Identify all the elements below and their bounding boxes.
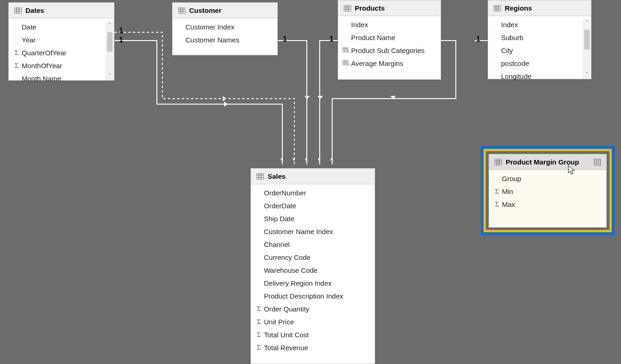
scroll-thumb[interactable]	[107, 32, 113, 52]
table-icon	[257, 173, 264, 180]
table-sales[interactable]: Sales OrderNumberOrderDateShip DateCusto…	[251, 168, 375, 364]
field-label: Index	[351, 21, 368, 29]
sigma-icon: Σ	[254, 318, 264, 326]
cardinality-one: 1	[283, 35, 287, 43]
field-list: OrderNumberOrderDateShip DateCustomer Na…	[251, 184, 375, 356]
field-item[interactable]: Product Description Index	[251, 289, 375, 302]
field-item[interactable]: ΣQuarterOfYear	[9, 46, 114, 59]
field-list: IndexProduct NamefxProduct Sub Categorie…	[338, 16, 441, 71]
cardinality-one: 1	[119, 36, 123, 44]
field-item[interactable]: Date	[9, 20, 114, 33]
field-item[interactable]: Ship Date	[251, 212, 375, 225]
table-product-margin-group[interactable]: Product Margin Group GroupΣMinΣMax	[489, 154, 607, 228]
scroll-up-icon[interactable]: ˄	[106, 21, 114, 29]
expand-icon[interactable]	[594, 159, 601, 165]
scroll-down-icon[interactable]: ˅	[106, 72, 114, 80]
field-item[interactable]: ΣUnit Price	[251, 315, 375, 328]
field-label: Date	[22, 23, 36, 31]
field-label: Customer Index	[185, 23, 234, 31]
cardinality-many: *	[293, 157, 295, 164]
field-item[interactable]: Longitude	[488, 70, 591, 82]
table-header[interactable]: Customer	[173, 3, 277, 18]
svg-rect-10	[178, 7, 185, 14]
scroll-up-icon[interactable]: ˄	[583, 19, 591, 27]
table-header[interactable]: Sales	[251, 169, 375, 184]
field-item[interactable]: Year	[9, 33, 114, 46]
svg-rect-37	[257, 173, 264, 180]
sigma-icon: Σ	[254, 344, 264, 352]
field-item[interactable]: Index	[338, 18, 441, 31]
table-title: Sales	[268, 172, 286, 180]
field-label: Total Revenue	[264, 344, 308, 352]
field-item[interactable]: OrderNumber	[251, 186, 375, 199]
scrollbar[interactable]: ˄ ˅	[583, 19, 591, 79]
field-item[interactable]: Group	[489, 172, 606, 185]
cardinality-many: *	[318, 157, 320, 164]
table-products[interactable]: Products IndexProduct NamefxProduct Sub …	[338, 0, 441, 80]
field-item[interactable]: Customer Index	[173, 20, 277, 33]
field-item[interactable]: Index	[488, 18, 591, 31]
field-item[interactable]: ΣMax	[489, 198, 606, 211]
model-diagram-canvas[interactable]: 1 1 1 1 1 * * * * * Dates DateYearΣQuart…	[0, 0, 621, 364]
svg-rect-5	[14, 7, 22, 14]
field-item[interactable]: Customer Name Index	[251, 225, 375, 238]
field-item[interactable]: City	[488, 44, 591, 57]
field-item[interactable]: fxProduct Sub Categories	[338, 44, 441, 57]
field-item[interactable]: Delivery Region Index	[251, 276, 375, 289]
field-item[interactable]: ΣOrder Quantity	[251, 302, 375, 315]
field-item[interactable]: Month Name	[9, 72, 114, 85]
field-label: City	[501, 47, 513, 54]
svg-rect-48	[596, 161, 599, 164]
field-label: Product Sub Categories	[351, 47, 424, 54]
field-item[interactable]: postcode	[488, 57, 591, 70]
table-header[interactable]: Products	[338, 0, 441, 16]
field-label: Year	[22, 36, 36, 44]
scrollbar[interactable]: ˄ ˅	[106, 21, 114, 80]
field-item[interactable]: OrderDate	[251, 199, 375, 212]
svg-rect-42	[495, 159, 502, 165]
table-regions[interactable]: Regions IndexSuburbCitypostcodeLongitude…	[488, 0, 591, 79]
sigma-icon: Σ	[254, 331, 264, 339]
svg-text:fx: fx	[348, 63, 350, 66]
table-title: Products	[355, 4, 385, 12]
field-item[interactable]: Currency Code	[251, 251, 375, 264]
field-label: Unit Price	[264, 318, 294, 326]
field-label: postcode	[501, 59, 529, 67]
cardinality-many: *	[281, 157, 283, 164]
field-label: Warehouse Code	[264, 266, 317, 274]
field-label: Ship Date	[264, 215, 294, 223]
field-label: MonthOfYear	[22, 62, 62, 70]
table-customer[interactable]: Customer Customer IndexCustomer Names	[172, 2, 278, 55]
table-header[interactable]: Regions	[488, 0, 591, 16]
field-item[interactable]: ΣTotal Revenue	[251, 341, 375, 354]
table-icon	[14, 7, 22, 14]
field-item[interactable]: ΣMonthOfYear	[9, 59, 114, 72]
field-item[interactable]: Product Name	[338, 31, 441, 44]
field-item[interactable]: ΣTotal Unit Cost	[251, 328, 375, 341]
table-icon	[344, 5, 351, 12]
field-label: Month Name	[22, 75, 61, 82]
field-item[interactable]: Channel	[251, 238, 375, 251]
scroll-down-icon[interactable]: ˅	[583, 70, 591, 79]
scroll-thumb[interactable]	[584, 30, 590, 49]
field-item[interactable]: Customer Names	[173, 33, 277, 46]
field-label: Currency Code	[264, 253, 310, 261]
svg-marker-1	[223, 96, 226, 101]
table-title: Regions	[505, 4, 532, 12]
field-item[interactable]: Suburb	[488, 31, 591, 44]
table-header[interactable]: Product Margin Group	[489, 154, 606, 170]
table-dates[interactable]: Dates DateYearΣQuarterOfYearΣMonthOfYear…	[8, 2, 114, 81]
table-icon	[495, 159, 502, 165]
field-label: Suburb	[501, 34, 523, 41]
field-item[interactable]: ΣMin	[489, 185, 606, 198]
cardinality-one: 1	[476, 35, 480, 43]
table-title: Customer	[189, 6, 221, 14]
field-list: Customer IndexCustomer Names	[173, 18, 277, 48]
field-item[interactable]: fxAverage Margins	[338, 57, 441, 70]
field-label: Min	[502, 188, 513, 195]
field-list: DateYearΣQuarterOfYearΣMonthOfYearMonth …	[9, 18, 114, 87]
table-header[interactable]: Dates	[9, 3, 114, 18]
sigma-icon: Σ	[492, 188, 502, 195]
field-item[interactable]: Warehouse Code	[251, 264, 375, 276]
svg-rect-20	[342, 47, 348, 52]
